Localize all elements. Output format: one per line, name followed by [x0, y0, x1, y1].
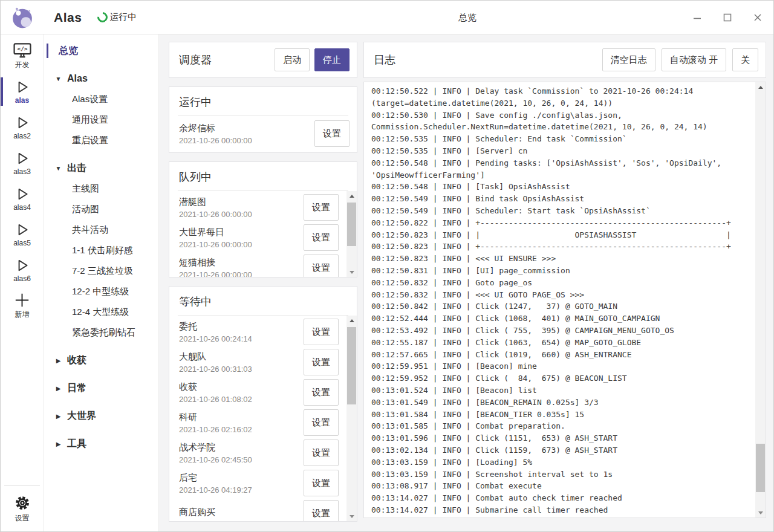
- task-next-run-time: 2021-10-26 04:19:27: [179, 485, 304, 495]
- task-next-run-time: 2021-10-26 00:00:00: [179, 136, 314, 145]
- sidebar-item-alas3[interactable]: alas3: [1, 145, 44, 181]
- pending-scrollbar[interactable]: [346, 191, 357, 277]
- task-setting-button[interactable]: 设置: [304, 440, 339, 466]
- nav-group-工具[interactable]: ▶工具: [44, 433, 158, 454]
- task-next-run-time: 2021-10-26 00:00:00: [179, 210, 304, 219]
- scroll-down-icon[interactable]: [346, 267, 357, 277]
- autoscroll-off-button[interactable]: 关: [732, 48, 758, 71]
- log-line: 00:13:14.027 | INFO | Combat auto check …: [371, 492, 755, 504]
- task-row: 委托2021-10-26 00:24:14设置: [169, 317, 357, 347]
- sidebar-item-alas6[interactable]: alas6: [1, 252, 44, 288]
- nav-item-紧急委托刷钻石[interactable]: 紧急委托刷钻石: [44, 322, 158, 343]
- sidebar-item-alas5[interactable]: alas5: [1, 216, 44, 252]
- log-line: 'OpsiMeowfficerFarming']: [371, 169, 755, 181]
- task-setting-button[interactable]: 设置: [304, 379, 339, 406]
- plus-icon: [14, 292, 30, 308]
- task-setting-button[interactable]: 设置: [304, 470, 339, 496]
- task-row: 后宅2021-10-26 04:19:27设置: [169, 468, 357, 498]
- sidebar-item-dev[interactable]: </>开发: [1, 38, 44, 74]
- task-setting-button[interactable]: 设置: [304, 255, 339, 277]
- nav-item-label: 紧急委托刷钻石: [72, 327, 135, 339]
- minimize-button[interactable]: [691, 11, 703, 24]
- scroll-down-icon[interactable]: [755, 508, 766, 517]
- log-line: 00:13:08.917 | INFO | Combat execute: [371, 480, 755, 492]
- sidebar-item-label: alas5: [13, 239, 31, 247]
- scrollbar-thumb[interactable]: [347, 327, 356, 404]
- scrollbar-thumb[interactable]: [756, 444, 765, 492]
- scroll-up-icon[interactable]: [346, 316, 357, 325]
- nav-item-label: Alas设置: [72, 94, 108, 105]
- nav-item-12-2 中型练级[interactable]: 12-2 中型练级: [44, 281, 158, 302]
- log-line: 00:12:50.823 | INFO | <<< UI ENSURE >>>: [371, 253, 755, 265]
- nav-item-主线图[interactable]: 主线图: [44, 178, 158, 199]
- nav-group-label: Alas: [67, 73, 88, 84]
- maximize-button[interactable]: [721, 11, 733, 24]
- stop-button[interactable]: 停止: [314, 48, 350, 71]
- clear-log-button[interactable]: 清空日志: [602, 48, 655, 71]
- log-line: 00:12:55.187 | INFO | Click (1063, 654) …: [371, 337, 755, 349]
- log-line: 00:12:50.549 | INFO | Scheduler: Start t…: [371, 205, 755, 217]
- nav-item-12-4 大型练级[interactable]: 12-4 大型练级: [44, 302, 158, 322]
- scheduler-status: 运行中: [97, 11, 137, 23]
- waiting-scrollbar[interactable]: [346, 316, 357, 521]
- nav-item-label: 共斗活动: [72, 224, 108, 236]
- scroll-down-icon[interactable]: [346, 511, 357, 521]
- nav-group-日常[interactable]: ▶日常: [44, 378, 158, 398]
- task-next-run-time: 2021-10-26 00:24:14: [179, 334, 304, 343]
- running-panel: 运行中 余烬信标2021-10-26 00:00:00设置: [169, 86, 357, 153]
- nav-group-收获[interactable]: ▶收获: [44, 350, 158, 371]
- sidebar-item-label: alas: [15, 96, 29, 105]
- task-name: 战术学院: [179, 442, 304, 453]
- close-button[interactable]: [752, 11, 764, 24]
- sidebar-bottom: 设置: [4, 485, 40, 532]
- log-line: 00:13:01.524 | INFO | [Beacon] list: [371, 384, 755, 397]
- nav-group-label: 大世界: [67, 410, 96, 423]
- nav-item-1-1 伏击刷好感[interactable]: 1-1 伏击刷好感: [44, 240, 158, 261]
- log-line: 00:12:50.522 | INFO | Delay task `Commis…: [371, 85, 755, 97]
- task-setting-button[interactable]: 设置: [304, 409, 339, 436]
- scroll-up-icon[interactable]: [755, 82, 766, 92]
- instance-sidebar: </>开发alasalas2alas3alas4alas5alas6新增 设置: [1, 34, 44, 532]
- nav-group-出击[interactable]: ▼出击: [44, 158, 158, 178]
- task-setting-button[interactable]: 设置: [314, 120, 350, 147]
- sidebar-item-settings[interactable]: 设置: [4, 491, 40, 526]
- sidebar-item-add[interactable]: 新增: [1, 288, 44, 323]
- play-icon: [15, 151, 30, 166]
- task-row: 短猫相接2021-10-26 00:00:00设置: [169, 253, 357, 277]
- start-button[interactable]: 启动: [275, 48, 310, 71]
- sidebar-item-alas[interactable]: alas: [1, 74, 44, 109]
- sidebar-item-alas2[interactable]: alas2: [1, 109, 44, 145]
- log-line: 00:13:02.134 | INFO | Click (1159, 673) …: [371, 444, 755, 456]
- waiting-title: 等待中: [178, 287, 348, 316]
- log-line: 00:12:50.549 | INFO | Bind task OpsiAshA…: [371, 193, 755, 205]
- nav-item-Alas设置[interactable]: Alas设置: [44, 89, 158, 109]
- scroll-up-icon[interactable]: [346, 191, 357, 201]
- task-setting-button[interactable]: 设置: [304, 319, 339, 345]
- task-setting-button[interactable]: 设置: [304, 500, 339, 521]
- scrollbar-thumb[interactable]: [347, 203, 356, 246]
- sidebar-item-alas4[interactable]: alas4: [1, 181, 44, 216]
- task-setting-button[interactable]: 设置: [304, 349, 339, 375]
- nav-item-7-2 三战捡垃圾[interactable]: 7-2 三战捡垃圾: [44, 261, 158, 281]
- nav-item-活动图[interactable]: 活动图: [44, 199, 158, 219]
- task-setting-button[interactable]: 设置: [304, 194, 339, 221]
- log-line: 00:12:59.952 | INFO | Click ( 84, 675) @…: [371, 372, 755, 384]
- task-info: 余烬信标2021-10-26 00:00:00: [179, 123, 314, 145]
- app-logo-icon: [10, 5, 34, 30]
- autoscroll-on-button[interactable]: 自动滚动 开: [662, 48, 726, 71]
- task-name: 潜艇图: [179, 196, 304, 208]
- sidebar-item-label: 新增: [15, 310, 30, 320]
- chevron-right-icon: ▶: [55, 357, 62, 364]
- nav-item-通用设置[interactable]: 通用设置: [44, 109, 158, 130]
- nav-group-大世界[interactable]: ▶大世界: [44, 406, 158, 426]
- log-line: 00:13:01.585 | INFO | Combat preparation…: [371, 420, 755, 432]
- log-scrollbar[interactable]: [755, 82, 766, 517]
- task-setting-button[interactable]: 设置: [304, 224, 339, 251]
- task-name: 大舰队: [179, 351, 304, 363]
- log-line: 00:12:50.530 | INFO | Save config ./conf…: [371, 109, 755, 122]
- nav-group-Alas[interactable]: ▼Alas: [44, 68, 158, 89]
- nav-item-总览[interactable]: 总览: [44, 41, 158, 61]
- nav-item-重启设置[interactable]: 重启设置: [44, 130, 158, 151]
- nav-item-共斗活动[interactable]: 共斗活动: [44, 219, 158, 240]
- task-row: 余烬信标2021-10-26 00:00:00设置: [169, 117, 357, 150]
